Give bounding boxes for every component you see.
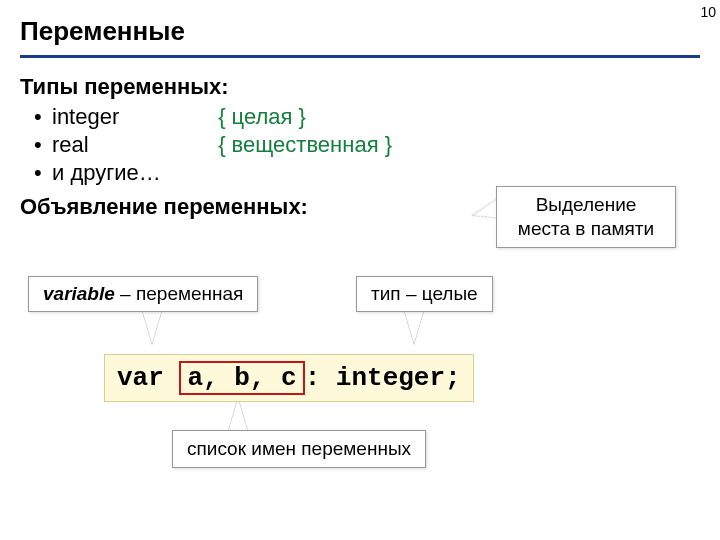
type-name: и другие… bbox=[52, 160, 212, 186]
callout-pointer bbox=[228, 398, 248, 432]
code-keyword-var: var bbox=[117, 363, 179, 393]
callout-variable: variable – переменная bbox=[28, 276, 258, 312]
list-item: real { вещественная } bbox=[52, 132, 700, 158]
slide-title: Переменные bbox=[20, 16, 700, 58]
code-colon: : bbox=[305, 363, 336, 393]
callout-names-list: список имен переменных bbox=[172, 430, 426, 468]
callout-text: – переменная bbox=[115, 283, 244, 304]
type-name: integer bbox=[52, 104, 212, 130]
page-number: 10 bbox=[700, 4, 716, 20]
callout-type: тип – целые bbox=[356, 276, 493, 312]
list-item: integer { целая } bbox=[52, 104, 700, 130]
code-example: var a, b, c: integer; bbox=[104, 354, 474, 402]
callout-memory: Выделение места в памяти bbox=[496, 186, 676, 248]
callout-pointer bbox=[404, 310, 424, 344]
type-desc: { вещественная } bbox=[218, 132, 392, 157]
types-heading: Типы переменных: bbox=[20, 74, 700, 100]
type-desc: { целая } bbox=[218, 104, 306, 129]
callout-pointer bbox=[142, 310, 162, 344]
callout-keyword: variable bbox=[43, 283, 115, 304]
type-name: real bbox=[52, 132, 212, 158]
code-variables-box: a, b, c bbox=[179, 361, 304, 395]
types-list: integer { целая } real { вещественная } … bbox=[20, 104, 700, 186]
code-type: integer; bbox=[336, 363, 461, 393]
list-item: и другие… bbox=[52, 160, 700, 186]
